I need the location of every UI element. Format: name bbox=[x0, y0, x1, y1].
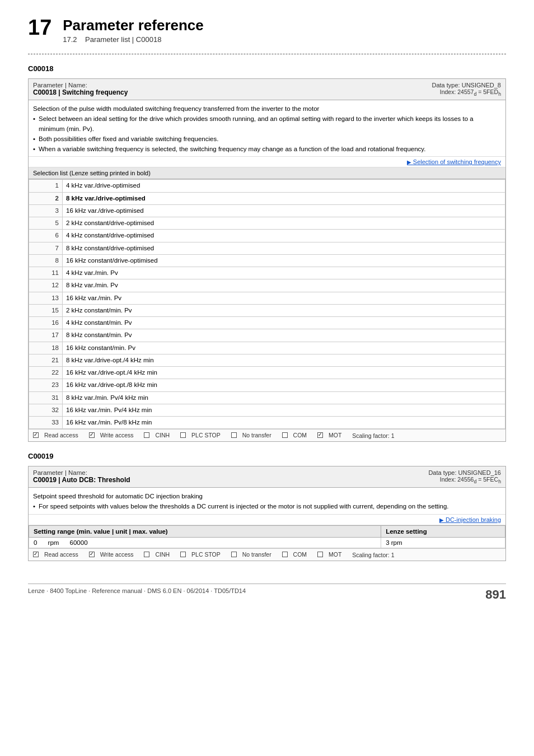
c00018-row-index: 18 bbox=[29, 342, 63, 354]
c00018-selection-row: 78 kHz constant/drive-optimised bbox=[29, 242, 505, 254]
chapter-title: Parameter reference bbox=[63, 17, 204, 34]
c00019-lenze-value: 3 rpm bbox=[381, 538, 505, 548]
c00018-data-type: Data type: UNSIGNED_8 bbox=[432, 82, 502, 88]
c00018-row-label: 8 kHz var./drive-opt./4 kHz min bbox=[63, 354, 505, 366]
c00018-plc-checkbox bbox=[180, 432, 186, 438]
c00018-row-index: 15 bbox=[29, 304, 63, 316]
c00018-selection-row: 218 kHz var./drive-opt./4 kHz min bbox=[29, 354, 505, 366]
c00019-setting-row: 0 rpm 60000 3 rpm bbox=[29, 538, 505, 548]
c00018-cinh: CINH bbox=[144, 432, 174, 438]
c00018-selection-row: 152 kHz constant/min. Pv bbox=[29, 304, 505, 316]
c00018-row-label: 4 kHz constant/min. Pv bbox=[63, 317, 505, 329]
c00018-selection-row: 64 kHz constant/drive-optimised bbox=[29, 230, 505, 242]
c00018-row-label: 16 kHz var./drive-optimised bbox=[63, 204, 505, 217]
page-header: 17 Parameter reference 17.2 Parameter li… bbox=[28, 17, 506, 44]
c00018-row-label: 4 kHz var./drive-optimised bbox=[63, 180, 505, 192]
c00018-selection-row: 1816 kHz constant/min. Pv bbox=[29, 342, 505, 354]
c00018-row-label: 8 kHz var./min. Pv/4 kHz min bbox=[63, 391, 505, 404]
c00018-cinh-checkbox bbox=[144, 432, 149, 438]
c00019-unit: rpm bbox=[48, 539, 59, 546]
c00019-range-header: Setting range (min. value | unit | max. … bbox=[29, 526, 381, 538]
c00018-selection-row: 3316 kHz var./min. Pv/8 kHz min bbox=[29, 417, 505, 429]
c00018-scaling: Scaling factor: 1 bbox=[352, 432, 394, 439]
c00018-row-index: 6 bbox=[29, 230, 63, 242]
c00018-selection-row: 2216 kHz var./drive-opt./4 kHz min bbox=[29, 367, 505, 379]
c00018-param-header: Parameter | Name: C00018 | Switching fre… bbox=[29, 79, 505, 100]
c00018-row-index: 33 bbox=[29, 417, 63, 429]
c00018-label: C00018 bbox=[28, 64, 506, 73]
c00018-row-label: 16 kHz constant/drive-optimised bbox=[63, 254, 505, 267]
c00018-selection-row: 114 kHz var./min. Pv bbox=[29, 267, 505, 279]
c00018-row-label: 16 kHz constant/min. Pv bbox=[63, 342, 505, 354]
c00018-bullet-2: Both possibilities offer fixed and varia… bbox=[33, 134, 501, 144]
c00018-row-label: 8 kHz var./drive-optimised bbox=[63, 192, 505, 204]
page-number: 891 bbox=[485, 587, 506, 602]
chapter-subtitle: 17.2 Parameter list | C00018 bbox=[63, 35, 204, 44]
c00018-row-label: 8 kHz constant/drive-optimised bbox=[63, 242, 505, 254]
c00018-row-index: 3 bbox=[29, 204, 63, 217]
c00018-notransfer-checkbox bbox=[231, 432, 237, 438]
c00018-row-index: 2 bbox=[29, 192, 63, 204]
c00018-no-transfer: No transfer bbox=[231, 432, 276, 438]
c00018-index: Index: 24557d = 5FEDh bbox=[432, 88, 502, 97]
c00018-selection-header: Selection list (Lenze setting printed in… bbox=[29, 167, 505, 179]
c00019-footer: Read access Write access CINH PLC STOP N… bbox=[29, 548, 505, 561]
c00018-com-checkbox bbox=[282, 432, 288, 438]
c00018-mot: MOT bbox=[317, 432, 346, 438]
c00018-row-label: 16 kHz var./drive-opt./4 kHz min bbox=[63, 367, 505, 379]
c00019-mot-checkbox bbox=[317, 552, 323, 557]
c00018-bullet-3: When a variable switching frequency is s… bbox=[33, 144, 501, 155]
c00018-row-label: 2 kHz constant/drive-optimised bbox=[63, 217, 505, 230]
c00018-desc-intro: Selection of the pulse width modulated s… bbox=[33, 104, 501, 114]
c00018-row-label: 8 kHz constant/min. Pv bbox=[63, 329, 505, 342]
c00018-selection-row: 28 kHz var./drive-optimised bbox=[29, 192, 505, 204]
c00018-write-access: Write access bbox=[89, 432, 138, 438]
c00018-selection-table: 14 kHz var./drive-optimised28 kHz var./d… bbox=[29, 179, 505, 429]
c00018-param-name: C00018 | Switching frequency bbox=[33, 88, 128, 96]
c00018-row-label: 8 kHz var./min. Pv bbox=[63, 279, 505, 292]
c00018-row-index: 31 bbox=[29, 391, 63, 404]
c00018-row-index: 11 bbox=[29, 267, 63, 279]
c00018-row-label: 2 kHz constant/min. Pv bbox=[63, 304, 505, 316]
c00018-com: COM bbox=[282, 432, 312, 438]
c00018-row-index: 23 bbox=[29, 379, 63, 391]
c00019-link-ref[interactable]: DC-injection braking bbox=[29, 515, 505, 525]
c00018-description: Selection of the pulse width modulated s… bbox=[29, 100, 505, 157]
c00018-bullet-1: Select between an ideal setting for the … bbox=[33, 114, 501, 134]
c00019-cinh: CINH bbox=[144, 551, 174, 558]
c00018-row-index: 7 bbox=[29, 242, 63, 254]
c00019-index: Index: 24556d = 5FECh bbox=[428, 476, 501, 484]
c00018-read-checkbox bbox=[33, 432, 39, 438]
c00018-selection-row: 2316 kHz var./drive-opt./8 kHz min bbox=[29, 379, 505, 391]
page-footer: Lenze · 8400 TopLine · Reference manual … bbox=[28, 584, 506, 602]
c00018-row-index: 8 bbox=[29, 254, 63, 267]
c00018-link-ref[interactable]: Selection of switching frequency bbox=[29, 157, 505, 167]
c00019-param-header: Parameter | Name: C00019 | Auto DCB: Thr… bbox=[29, 466, 505, 488]
c00018-selection-row: 316 kHz var./drive-optimised bbox=[29, 204, 505, 217]
c00019-param-name: C00019 | Auto DCB: Threshold bbox=[33, 476, 130, 484]
c00019-bullet-1: For speed setpoints with values below th… bbox=[33, 502, 501, 512]
c00019-write-checkbox bbox=[89, 552, 95, 557]
c00019-write-access: Write access bbox=[89, 551, 138, 558]
c00019-notransfer-checkbox bbox=[231, 552, 237, 557]
c00018-selection-row: 178 kHz constant/min. Pv bbox=[29, 329, 505, 342]
c00019-desc-intro: Setpoint speed threshold for automatic D… bbox=[33, 492, 501, 502]
c00019-scaling: Scaling factor: 1 bbox=[352, 552, 394, 558]
c00018-row-index: 32 bbox=[29, 404, 63, 416]
c00018-row-index: 13 bbox=[29, 292, 63, 304]
c00019-data-type: Data type: UNSIGNED_16 bbox=[428, 469, 501, 476]
c00018-write-checkbox bbox=[89, 432, 95, 438]
c00019-cinh-checkbox bbox=[144, 552, 149, 557]
c00018-box: Parameter | Name: C00018 | Switching fre… bbox=[28, 78, 506, 442]
c00018-selection-row: 128 kHz var./min. Pv bbox=[29, 279, 505, 292]
c00019-com-checkbox bbox=[282, 552, 288, 557]
c00018-row-label: 16 kHz var./min. Pv/8 kHz min bbox=[63, 417, 505, 429]
c00019-plc-checkbox bbox=[180, 552, 186, 557]
c00018-selection-row: 3216 kHz var./min. Pv/4 kHz min bbox=[29, 404, 505, 416]
c00019-max: 60000 bbox=[70, 539, 88, 546]
c00018-selection-note: (Lenze setting printed in bold) bbox=[69, 170, 151, 176]
c00018-row-label: 4 kHz var./min. Pv bbox=[63, 267, 505, 279]
c00018-selection-row: 318 kHz var./min. Pv/4 kHz min bbox=[29, 391, 505, 404]
c00019-box: Parameter | Name: C00019 | Auto DCB: Thr… bbox=[28, 466, 506, 561]
c00019-param-label: Parameter | Name: bbox=[33, 469, 130, 476]
